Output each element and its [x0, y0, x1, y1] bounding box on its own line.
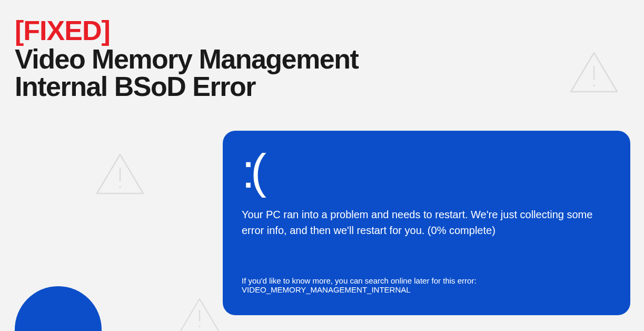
- warning-icon: [94, 151, 146, 198]
- warning-icon: [177, 296, 222, 331]
- decorative-circle: [15, 286, 102, 331]
- article-header: [FIXED] Video Memory Management Internal…: [0, 0, 644, 101]
- sad-face-icon: :(: [242, 148, 611, 195]
- svg-point-3: [593, 84, 595, 86]
- fixed-tag: [FIXED]: [15, 15, 633, 46]
- title-line-2: Internal BSoD Error: [15, 72, 633, 101]
- bsod-message: Your PC ran into a problem and needs to …: [242, 207, 600, 238]
- svg-point-5: [199, 326, 200, 327]
- title-line-1: Video Memory Management: [15, 44, 633, 74]
- warning-icon: [568, 50, 620, 96]
- svg-point-1: [119, 186, 121, 188]
- bsod-detail-prefix: If you'd like to know more, you can sear…: [242, 276, 477, 285]
- bsod-detail: If you'd like to know more, you can sear…: [242, 276, 611, 294]
- bsod-panel: :( Your PC ran into a problem and needs …: [223, 131, 630, 315]
- bsod-error-code: VIDEO_MEMORY_MANAGEMENT_INTERNAL: [242, 285, 411, 294]
